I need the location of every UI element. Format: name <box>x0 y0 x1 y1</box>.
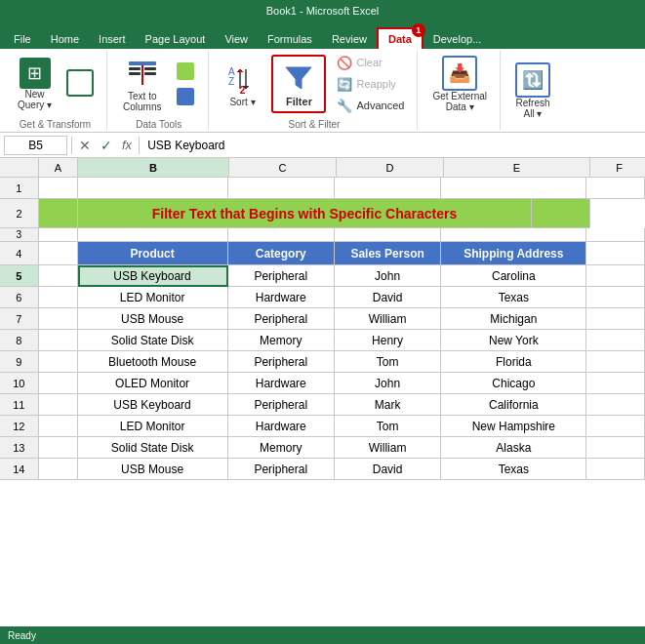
row-header-9[interactable]: 9 <box>0 351 39 373</box>
col-header-a[interactable]: A <box>39 158 78 178</box>
cell-f11[interactable] <box>586 394 645 416</box>
cell-e3[interactable] <box>441 228 586 242</box>
tab-review[interactable]: Review <box>322 29 377 49</box>
cell-b9[interactable]: Bluetooth Mouse <box>78 351 228 373</box>
cell-e5[interactable]: Carolina <box>441 265 586 287</box>
cell-a8[interactable] <box>39 330 78 351</box>
cell-a1[interactable] <box>39 178 78 199</box>
tab-developer[interactable]: Develop... <box>423 29 492 49</box>
row-header-1[interactable]: 1 <box>0 178 39 199</box>
formula-input[interactable] <box>143 139 641 152</box>
cell-b7[interactable]: USB Mouse <box>78 308 228 330</box>
cell-c14[interactable]: Peripheral <box>228 459 335 480</box>
cell-d11[interactable]: Mark <box>335 394 441 416</box>
cell-c8[interactable]: Memory <box>228 330 335 351</box>
cell-f2[interactable] <box>532 199 590 228</box>
cell-f13[interactable] <box>586 437 645 459</box>
row-header-8[interactable]: 8 <box>0 330 39 351</box>
tab-view[interactable]: View <box>215 29 258 49</box>
row-header-3[interactable]: 3 <box>0 228 39 242</box>
cell-a3[interactable] <box>39 228 78 242</box>
name-box[interactable] <box>4 136 67 155</box>
cell-c9[interactable]: Peripheral <box>228 351 335 373</box>
cell-f7[interactable] <box>586 308 645 330</box>
col-header-e[interactable]: E <box>444 158 590 178</box>
cell-c3[interactable] <box>228 228 335 242</box>
connections-button[interactable] <box>61 67 99 101</box>
row-header-13[interactable]: 13 <box>0 437 39 459</box>
cell-e8[interactable]: New York <box>441 330 586 351</box>
cell-c13[interactable]: Memory <box>228 437 335 459</box>
cell-b8[interactable]: Solid State Disk <box>78 330 228 351</box>
cell-salesperson-header[interactable]: Sales Person <box>335 242 441 265</box>
col-header-f[interactable]: F <box>590 158 645 178</box>
remove-duplicates-button[interactable] <box>171 85 200 108</box>
row-header-5[interactable]: 5 <box>0 265 39 287</box>
reapply-button[interactable]: 🔄 Reapply <box>332 75 409 94</box>
sort-label[interactable]: Sort ▾ <box>229 97 255 107</box>
cell-e7[interactable]: Michigan <box>441 308 586 330</box>
cell-product-header[interactable]: Product <box>78 242 228 265</box>
cell-d6[interactable]: David <box>335 287 441 308</box>
col-header-c[interactable]: C <box>229 158 337 178</box>
cell-d9[interactable]: Tom <box>335 351 441 373</box>
cell-b5[interactable]: USB Keyboard <box>78 265 228 287</box>
tab-insert[interactable]: Insert <box>89 29 136 49</box>
cell-f8[interactable] <box>586 330 645 351</box>
cell-b6[interactable]: LED Monitor <box>78 287 228 308</box>
sort-button[interactable]: A Z Sort ▾ 2 <box>219 59 265 110</box>
cell-f14[interactable] <box>586 459 645 480</box>
cell-b13[interactable]: Solid State Disk <box>78 437 228 459</box>
cell-category-header[interactable]: Category <box>228 242 335 265</box>
cell-c10[interactable]: Hardware <box>228 373 335 394</box>
cell-a6[interactable] <box>39 287 78 308</box>
row-header-6[interactable]: 6 <box>0 287 39 308</box>
cell-e9[interactable]: Florida <box>441 351 586 373</box>
row-header-11[interactable]: 11 <box>0 394 39 416</box>
tab-formulas[interactable]: Formulas <box>258 29 322 49</box>
col-header-d[interactable]: D <box>337 158 444 178</box>
cell-c5[interactable]: Peripheral <box>228 265 335 287</box>
cell-a12[interactable] <box>39 416 78 437</box>
cell-a7[interactable] <box>39 308 78 330</box>
cell-b10[interactable]: OLED Monitor <box>78 373 228 394</box>
cell-a2[interactable] <box>39 199 78 228</box>
cell-e12[interactable]: New Hampshire <box>441 416 586 437</box>
row-header-12[interactable]: 12 <box>0 416 39 437</box>
cell-b3[interactable] <box>78 228 228 242</box>
cell-f3[interactable] <box>586 228 645 242</box>
advanced-button[interactable]: 🔧 Advanced <box>332 97 409 115</box>
row-header-10[interactable]: 10 <box>0 373 39 394</box>
get-external-data-button[interactable]: 📥 Get ExternalData ▾ <box>427 54 492 114</box>
cell-a9[interactable] <box>39 351 78 373</box>
cell-b12[interactable]: LED Monitor <box>78 416 228 437</box>
filter-button[interactable]: Filter <box>271 55 326 113</box>
cell-d13[interactable]: William <box>335 437 441 459</box>
cell-a10[interactable] <box>39 373 78 394</box>
cell-a14[interactable] <box>39 459 78 480</box>
tab-file[interactable]: File <box>4 29 41 49</box>
cell-a13[interactable] <box>39 437 78 459</box>
cell-c1[interactable] <box>228 178 335 199</box>
tab-data[interactable]: Data 1 <box>377 27 423 49</box>
cell-c7[interactable]: Peripheral <box>228 308 335 330</box>
cell-f4[interactable] <box>586 242 645 265</box>
query-dropdown[interactable]: Query ▾ <box>18 100 52 110</box>
cell-f9[interactable] <box>586 351 645 373</box>
cell-d8[interactable]: Henry <box>335 330 441 351</box>
tab-home[interactable]: Home <box>41 29 89 49</box>
row-header-14[interactable]: 14 <box>0 459 39 480</box>
cell-d3[interactable] <box>335 228 441 242</box>
cell-b14[interactable]: USB Mouse <box>78 459 228 480</box>
insert-function-button[interactable]: fx <box>119 138 135 152</box>
confirm-formula-button[interactable]: ✓ <box>98 138 115 153</box>
cell-e10[interactable]: Chicago <box>441 373 586 394</box>
cell-a5[interactable] <box>39 265 78 287</box>
text-to-columns-button[interactable]: Text toColumns <box>117 53 167 115</box>
cell-d5[interactable]: John <box>335 265 441 287</box>
cell-a4[interactable] <box>39 242 78 265</box>
cell-title[interactable]: Filter Text that Begins with Specific Ch… <box>78 199 532 228</box>
cell-shippingaddress-header[interactable]: Shipping Address <box>441 242 586 265</box>
cell-e13[interactable]: Alaska <box>441 437 586 459</box>
cell-c11[interactable]: Peripheral <box>228 394 335 416</box>
